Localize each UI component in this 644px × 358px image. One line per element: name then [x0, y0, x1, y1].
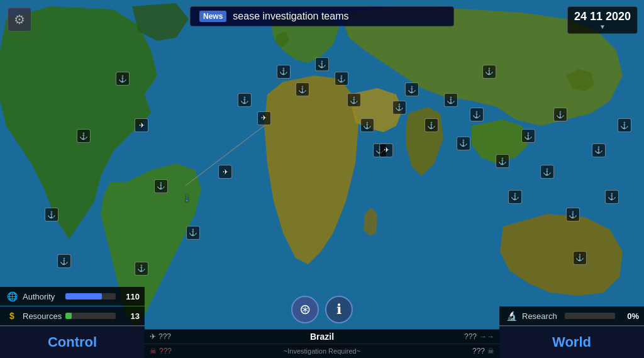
skull-left-icon: ☠ — [150, 347, 157, 355]
region-right-top-value: ??? — [464, 332, 477, 341]
research-row: 🔬 Research 0% — [499, 306, 644, 325]
bottom-right-panel: 🔬 Research 0% World — [499, 306, 644, 358]
gear-icon: ⚙ — [14, 12, 25, 27]
arrow-right-icon: →→ — [479, 332, 494, 341]
resources-bar-fill — [65, 313, 72, 319]
resources-value: 13 — [121, 311, 140, 321]
research-value: 0% — [620, 311, 639, 321]
region-top-row: ✈ ??? Brazil ??? →→ — [145, 330, 499, 344]
region-right-bottom: ??? ☠ — [408, 347, 494, 355]
resources-icon: $ — [5, 309, 19, 323]
news-text: sease investigation teams — [233, 11, 348, 22]
resources-label: Resources — [23, 311, 65, 321]
research-label: Research — [522, 311, 565, 321]
region-panel: ✈ ??? Brazil ??? →→ ☠ ??? ~Investigation… — [145, 329, 499, 358]
region-right-top: ??? →→ — [408, 332, 494, 341]
authority-bar-bg — [65, 293, 116, 299]
news-label: News — [199, 11, 226, 22]
news-bar: News sease investigation teams — [190, 6, 454, 26]
authority-row: 🌐 Authority 110 — [0, 287, 145, 306]
bottom-left-panel: 🌐 Authority 110 $ Resources 13 Control — [0, 287, 145, 358]
region-subtitle: ~Investigation Required~ — [236, 346, 408, 356]
biohazard-button[interactable]: ⊛ — [291, 296, 319, 323]
bottom-center-panel: ⊛ ℹ ✈ ??? Brazil ??? →→ ☠ ??? ~Investiga… — [145, 293, 499, 358]
region-right-bottom-value: ??? — [472, 347, 485, 355]
action-icons-row: ⊛ ℹ — [145, 293, 499, 327]
region-name: Brazil — [236, 332, 408, 342]
region-left-bottom-value: ??? — [159, 347, 172, 355]
control-button[interactable]: Control — [0, 326, 145, 358]
resources-row: $ Resources 13 — [0, 306, 145, 325]
region-left-bottom: ☠ ??? — [150, 347, 236, 355]
info-button[interactable]: ℹ — [325, 296, 353, 323]
region-bottom-row: ☠ ??? ~Investigation Required~ ??? ☠ — [145, 344, 499, 358]
settings-button[interactable]: ⚙ — [8, 8, 31, 31]
region-left-top: ✈ ??? — [150, 332, 236, 341]
skull-right-icon: ☠ — [487, 347, 494, 355]
authority-label: Authority — [23, 292, 65, 301]
resources-bar-bg — [65, 313, 116, 319]
plane-icon: ✈ — [150, 332, 156, 341]
authority-value: 110 — [121, 292, 140, 301]
authority-bar-fill — [65, 293, 102, 299]
research-icon: 🔬 — [504, 309, 518, 323]
research-bar-bg — [565, 313, 615, 319]
region-left-top-value: ??? — [158, 332, 171, 341]
world-button[interactable]: World — [499, 326, 644, 358]
date-display: 24 11 2020 — [567, 6, 638, 34]
authority-icon: 🌐 — [5, 289, 19, 303]
